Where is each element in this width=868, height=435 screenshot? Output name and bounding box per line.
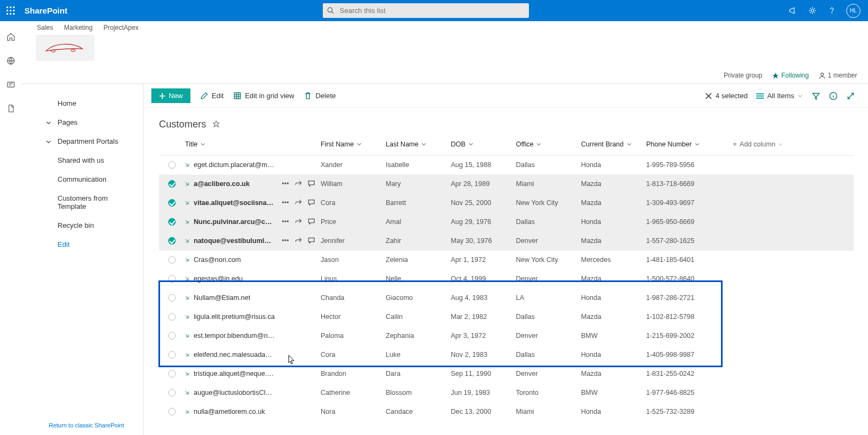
row-title[interactable]: ligula.elit.pretium@risus.ca	[194, 313, 275, 321]
nav-edit[interactable]: Edit	[22, 235, 143, 254]
nav-home[interactable]: Home	[22, 94, 143, 113]
col-dob[interactable]: DOB	[451, 140, 516, 148]
comment-icon[interactable]	[308, 199, 315, 208]
members-button[interactable]: 1 member	[819, 72, 857, 79]
edit-button[interactable]: Edit	[200, 92, 224, 100]
table-row[interactable]: ⇲est.tempor.bibendum@neccursusa.comPalom…	[159, 327, 854, 346]
row-title[interactable]: Nullam@Etiam.net	[194, 294, 250, 302]
filter-icon[interactable]	[812, 92, 820, 100]
table-row[interactable]: ⇲natoque@vestibulumlor...JenniferZahirMa…	[159, 232, 854, 251]
col-phone[interactable]: Phone Number	[646, 140, 733, 148]
comment-icon[interactable]	[308, 236, 315, 246]
row-title[interactable]: egestas@in.edu	[194, 275, 243, 283]
search-input[interactable]	[340, 7, 525, 15]
search-box[interactable]	[323, 3, 529, 18]
hub-link[interactable]: ProjectApex	[104, 24, 139, 31]
col-title[interactable]: Title	[185, 140, 321, 148]
row-title[interactable]: Nunc.pulvinar.arcu@con...	[194, 218, 275, 226]
more-icon[interactable]	[282, 236, 289, 246]
more-icon[interactable]	[282, 180, 289, 189]
table-row[interactable]: ⇲eleifend.nec.malesuada@atrisus.caCoraLu…	[159, 346, 854, 364]
nav-customers-template[interactable]: Customers from Template	[22, 189, 143, 216]
row-checkbox[interactable]	[168, 180, 176, 188]
expand-icon[interactable]	[846, 92, 855, 100]
row-checkbox[interactable]	[168, 199, 176, 207]
table-row[interactable]: ⇲ligula.elit.pretium@risus.caHectorCaili…	[159, 308, 854, 327]
row-checkbox[interactable]	[168, 294, 176, 302]
more-icon[interactable]	[282, 199, 289, 208]
table-row[interactable]: ⇲tristique.aliquet@neque.co.ukBrandonDar…	[159, 364, 854, 383]
table-row[interactable]: ⇲Nullam@Etiam.netChandaGiacomoAug 4, 198…	[159, 289, 854, 308]
share-icon[interactable]	[295, 180, 302, 189]
app-name[interactable]: SharePoint	[24, 6, 67, 15]
more-icon[interactable]	[282, 218, 289, 227]
site-logo[interactable]	[36, 35, 94, 61]
table-row[interactable]: ⇲a@aclibero.co.ukWilliamMaryApr 28, 1989…	[159, 175, 854, 194]
grid-view-button[interactable]: Edit in grid view	[233, 92, 294, 100]
avatar[interactable]: HL	[846, 4, 860, 18]
cell-first: Hector	[321, 313, 386, 321]
row-checkbox[interactable]	[168, 256, 176, 264]
row-checkbox[interactable]	[168, 370, 176, 378]
table-row[interactable]: ⇲Cras@non.comJasonZeleniaApr 1, 1972New …	[159, 251, 854, 270]
gear-icon[interactable]	[807, 6, 817, 16]
row-title[interactable]: est.tempor.bibendum@neccursusa.com	[194, 332, 275, 340]
favorite-icon[interactable]	[213, 120, 220, 130]
table-row[interactable]: ⇲augue@luctuslobortisClass.co.ukCatherin…	[159, 383, 854, 402]
row-checkbox[interactable]	[168, 218, 176, 226]
row-checkbox[interactable]	[168, 161, 176, 169]
nav-department-portals[interactable]: Department Portals	[22, 132, 143, 151]
hub-link[interactable]: Marketing	[64, 24, 93, 31]
follow-button[interactable]: Following	[772, 72, 809, 79]
row-title[interactable]: a@aclibero.co.uk	[194, 180, 250, 188]
col-first[interactable]: First Name	[321, 140, 386, 148]
col-office[interactable]: Office	[516, 140, 581, 148]
nav-recycle[interactable]: Recycle bin	[22, 216, 143, 235]
col-last[interactable]: Last Name	[386, 140, 451, 148]
row-checkbox[interactable]	[168, 313, 176, 321]
return-classic-link[interactable]: Return to classic SharePoint	[49, 422, 124, 428]
table-row[interactable]: ⇲nulla@ametlorem.co.ukNoraCandaceDec 13,…	[159, 402, 854, 421]
row-title[interactable]: augue@luctuslobortisClass.co.uk	[194, 389, 275, 396]
view-picker[interactable]: All Items	[756, 92, 803, 100]
share-icon[interactable]	[295, 199, 302, 208]
row-checkbox[interactable]	[168, 408, 176, 415]
row-title[interactable]: Cras@non.com	[194, 256, 241, 264]
row-title[interactable]: vitae.aliquet@sociisnato...	[194, 199, 275, 207]
row-title[interactable]: natoque@vestibulumlor...	[194, 237, 275, 245]
table-row[interactable]: ⇲egestas@in.eduLinusNelleOct 4, 1999Denv…	[159, 270, 854, 289]
nav-shared[interactable]: Shared with us	[22, 151, 143, 170]
delete-button[interactable]: Delete	[304, 92, 336, 100]
row-title[interactable]: eget.dictum.placerat@mattis.ca	[194, 161, 275, 169]
row-title[interactable]: tristique.aliquet@neque.co.uk	[194, 370, 275, 378]
row-title[interactable]: eleifend.nec.malesuada@atrisus.ca	[194, 351, 275, 359]
selection-count[interactable]: 4 selected	[705, 92, 748, 100]
new-button[interactable]: New	[151, 88, 190, 103]
news-icon[interactable]	[6, 80, 16, 89]
help-icon[interactable]	[827, 6, 837, 16]
table-row[interactable]: ⇲eget.dictum.placerat@mattis.caXanderIsa…	[159, 156, 854, 175]
comment-icon[interactable]	[308, 218, 315, 227]
row-checkbox[interactable]	[168, 351, 176, 359]
add-column-button[interactable]: + Add column	[733, 140, 798, 148]
row-checkbox[interactable]	[168, 389, 176, 396]
row-checkbox[interactable]	[168, 275, 176, 283]
share-icon[interactable]	[295, 218, 302, 227]
hub-link[interactable]: Sales	[37, 24, 53, 31]
col-brand[interactable]: Current Brand	[581, 140, 646, 148]
home-icon[interactable]	[6, 32, 16, 42]
globe-icon[interactable]	[6, 56, 16, 66]
row-checkbox[interactable]	[168, 237, 176, 245]
row-title[interactable]: nulla@ametlorem.co.uk	[194, 408, 265, 415]
info-icon[interactable]	[829, 92, 838, 100]
row-checkbox[interactable]	[168, 332, 176, 340]
nav-pages[interactable]: Pages	[22, 113, 143, 132]
comment-icon[interactable]	[308, 180, 315, 189]
megaphone-icon[interactable]	[788, 6, 797, 16]
files-icon[interactable]	[6, 104, 16, 113]
share-icon[interactable]	[295, 236, 302, 246]
nav-communication[interactable]: Communication	[22, 170, 143, 189]
table-row[interactable]: ⇲Nunc.pulvinar.arcu@con...PriceAmalAug 2…	[159, 213, 854, 232]
app-launcher-icon[interactable]	[0, 0, 21, 21]
table-row[interactable]: ⇲vitae.aliquet@sociisnato...CoraBarrettN…	[159, 194, 854, 213]
